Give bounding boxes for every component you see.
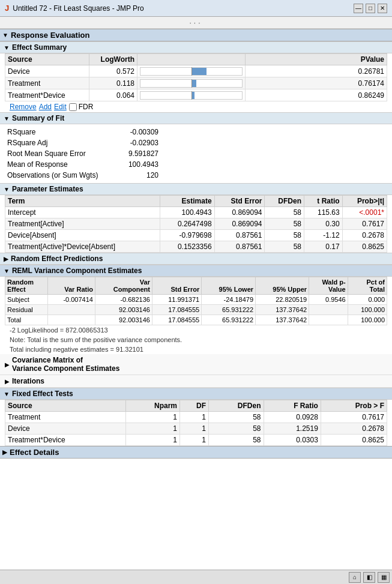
param-df-intercept: 58 xyxy=(265,207,304,218)
remove-button[interactable]: Remove xyxy=(10,103,37,111)
effect-actions: Remove Add Edit FDR xyxy=(5,101,387,112)
bar-device xyxy=(137,65,246,77)
col-bar xyxy=(137,54,246,65)
summary-of-fit-toggle[interactable]: ▼ xyxy=(4,115,10,122)
reml-variance-header[interactable]: ▼ REML Variance Component Estimates xyxy=(0,265,392,277)
iterations-section[interactable]: ▶ Iterations xyxy=(0,375,392,388)
effect-summary-header[interactable]: ▼ Effect Summary xyxy=(0,41,392,53)
param-df-treatment-active: 58 xyxy=(265,218,304,230)
table-row: Device[Absent] -0.979698 0.87561 58 -1.1… xyxy=(5,230,387,241)
var-upper-subject: 22.820519 xyxy=(256,295,309,305)
fet-col-df: DF xyxy=(180,400,209,412)
var-lower-subject: -24.18479 xyxy=(202,295,256,305)
title-bar-left: J Untitled 72 - Fit Least Squares - JMP … xyxy=(5,4,144,13)
parameter-estimates-container: Term Estimate Std Error DFDen t Ratio Pr… xyxy=(0,195,392,253)
var-ratio-total xyxy=(48,315,95,325)
effect-details-toggle[interactable]: ▶ xyxy=(2,449,7,456)
summary-of-fit-label: Summary of Fit xyxy=(12,114,64,122)
fit-rmse-label: Root Mean Square Error xyxy=(5,148,113,159)
fixed-effect-tests-container: Source Nparm DF DFDen F Ratio Prob > F T… xyxy=(0,400,392,446)
home-button[interactable]: ⌂ xyxy=(349,572,361,583)
fit-obs-label: Observations (or Sum Wgts) xyxy=(5,170,113,181)
param-est-treatment-active: 0.2647498 xyxy=(160,218,214,230)
col-pvalue: PValue xyxy=(246,54,387,65)
pvalue-device: 0.26781 xyxy=(246,65,387,77)
settings-button[interactable]: ◧ xyxy=(363,572,375,583)
fit-rsquare-adj-value: -0.02903 xyxy=(113,137,161,148)
iterations-toggle[interactable]: ▶ xyxy=(5,378,10,385)
fet-source-interaction: Treatment*Device xyxy=(5,435,126,446)
fixed-effect-tests-table: Source Nparm DF DFDen F Ratio Prob > F T… xyxy=(5,400,387,446)
param-df-device-absent: 58 xyxy=(265,230,304,241)
fdr-checkbox[interactable] xyxy=(69,103,77,111)
covariance-matrix-toggle[interactable]: ▶ xyxy=(5,361,10,368)
parameter-estimates-label: Parameter Estimates xyxy=(12,185,83,193)
param-df-interaction: 58 xyxy=(265,241,304,253)
random-effect-predictions-header[interactable]: ▶ Random Effect Predictions xyxy=(0,253,392,265)
param-col-term: Term xyxy=(5,196,160,207)
grid-icon: ▦ xyxy=(381,574,387,580)
param-col-estimate: Estimate xyxy=(160,196,214,207)
fixed-effect-tests-label: Fixed Effect Tests xyxy=(12,390,73,398)
fit-rsquare-value: -0.00309 xyxy=(113,127,161,137)
restore-button[interactable]: □ xyxy=(366,4,375,13)
reml-variance-container: RandomEffect Var Ratio VarComponent Std … xyxy=(0,277,392,354)
grid-button[interactable]: ▦ xyxy=(378,572,390,583)
param-t-interaction: 0.17 xyxy=(304,241,342,253)
param-term-treatment-active: Treatment[Active] xyxy=(5,218,160,230)
table-row: RSquare Adj -0.02903 xyxy=(5,137,161,148)
fixed-effect-tests-toggle[interactable]: ▼ xyxy=(4,391,10,397)
fdr-checkbox-label[interactable]: FDR xyxy=(69,103,94,111)
var-col-var-ratio: Var Ratio xyxy=(48,277,95,295)
response-evaluation-toggle[interactable]: ▼ xyxy=(2,32,8,38)
minimize-button[interactable]: — xyxy=(354,4,363,13)
param-se-intercept: 0.869094 xyxy=(214,207,265,218)
var-wald-total xyxy=(309,315,348,325)
var-pct-total: 100.000 xyxy=(348,315,387,325)
var-lower-total: 65.931222 xyxy=(202,315,256,325)
table-row: Intercept 100.4943 0.869094 58 115.63 <.… xyxy=(5,207,387,218)
table-row: Root Mean Square Error 9.591827 xyxy=(5,148,161,159)
response-evaluation-header[interactable]: ▼ Response Evaluation xyxy=(0,29,392,41)
var-comp-residual: 92.003146 xyxy=(95,305,152,315)
var-col-std-error: Std Error xyxy=(152,277,201,295)
menu-dots: ··· xyxy=(189,19,202,27)
fit-rsquare-label: RSquare xyxy=(5,127,113,137)
param-prob-interaction: 0.8625 xyxy=(342,241,387,253)
var-col-pct: Pct ofTotal xyxy=(348,277,387,295)
var-col-var-component: VarComponent xyxy=(95,277,152,295)
fit-mean-value: 100.4943 xyxy=(113,159,161,170)
add-button[interactable]: Add xyxy=(39,103,52,111)
edit-button[interactable]: Edit xyxy=(54,103,67,111)
fet-dfden-treatment: 58 xyxy=(209,412,264,423)
param-t-device-absent: -1.12 xyxy=(304,230,342,241)
fixed-effect-tests-header[interactable]: ▼ Fixed Effect Tests xyxy=(0,388,392,400)
source-treatment-device: Treatment*Device xyxy=(5,89,89,101)
param-se-interaction: 0.87561 xyxy=(214,241,265,253)
title-bar-controls[interactable]: — □ ✕ xyxy=(354,4,387,13)
parameter-estimates-header[interactable]: ▼ Parameter Estimates xyxy=(0,183,392,195)
covariance-matrix-section[interactable]: ▶ Covariance Matrix ofVariance Component… xyxy=(0,354,392,375)
parameter-estimates-toggle[interactable]: ▼ xyxy=(4,186,10,193)
random-effect-predictions-toggle[interactable]: ▶ xyxy=(4,256,8,262)
var-wald-residual xyxy=(309,305,348,315)
table-row: Treatment*Device 0.064 0.86249 xyxy=(5,89,387,101)
var-wald-subject: 0.9546 xyxy=(309,295,348,305)
fet-col-nparm: Nparm xyxy=(125,400,179,412)
var-se-total: 17.084555 xyxy=(152,315,201,325)
effect-summary-toggle[interactable]: ▼ xyxy=(4,44,10,51)
close-button[interactable]: ✕ xyxy=(378,4,387,13)
param-se-treatment-active: 0.869094 xyxy=(214,218,265,230)
reml-variance-toggle[interactable]: ▼ xyxy=(4,268,10,274)
fet-f-interaction: 0.0303 xyxy=(264,435,321,446)
window-title: Untitled 72 - Fit Least Squares - JMP Pr… xyxy=(13,4,144,13)
var-se-subject: 11.991371 xyxy=(152,295,201,305)
logworth-treatment: 0.118 xyxy=(89,77,137,89)
fit-obs-value: 120 xyxy=(113,170,161,181)
summary-of-fit-header[interactable]: ▼ Summary of Fit xyxy=(0,112,392,124)
effect-details-header[interactable]: ▶ Effect Details xyxy=(0,446,392,459)
reml-variance-table: RandomEffect Var Ratio VarComponent Std … xyxy=(5,277,387,325)
table-row: Observations (or Sum Wgts) 120 xyxy=(5,170,161,181)
covariance-matrix-label: Covariance Matrix ofVariance Component E… xyxy=(12,356,119,373)
var-upper-total: 137.37642 xyxy=(256,315,309,325)
